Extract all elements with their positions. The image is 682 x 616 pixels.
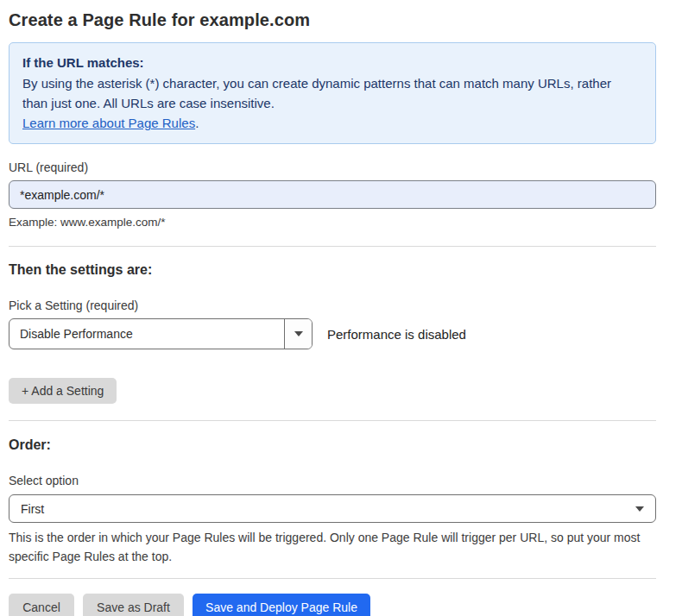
order-select-label: Select option bbox=[9, 474, 656, 487]
link-period: . bbox=[195, 116, 199, 130]
url-field-label: URL (required) bbox=[9, 160, 656, 174]
section-divider bbox=[9, 420, 656, 421]
info-callout-body: By using the asterisk (*) character, you… bbox=[22, 73, 627, 113]
chevron-down-icon bbox=[294, 331, 303, 336]
learn-more-page-rules-link[interactable]: Learn more about Page Rules bbox=[22, 116, 195, 130]
chevron-down-icon bbox=[635, 506, 644, 512]
order-select[interactable]: First bbox=[9, 494, 656, 523]
url-example-text: Example: www.example.com/* bbox=[9, 216, 656, 229]
order-select-value: First bbox=[21, 502, 44, 516]
footer-actions: Cancel Save as Draft Save and Deploy Pag… bbox=[9, 594, 656, 616]
setting-dropdown[interactable]: Disable Performance bbox=[9, 318, 313, 349]
url-match-info-callout: If the URL matches: By using the asteris… bbox=[9, 42, 656, 144]
setting-status-text: Performance is disabled bbox=[327, 327, 466, 342]
setting-row: Disable Performance Performance is disab… bbox=[9, 318, 656, 349]
page-title: Create a Page Rule for example.com bbox=[9, 9, 656, 31]
save-and-deploy-button[interactable]: Save and Deploy Page Rule bbox=[193, 594, 370, 616]
footer-divider bbox=[9, 578, 656, 579]
create-page-rule-form: Create a Page Rule for example.com If th… bbox=[0, 0, 682, 616]
cancel-button[interactable]: Cancel bbox=[9, 594, 74, 616]
section-divider bbox=[9, 246, 656, 247]
add-setting-button[interactable]: + Add a Setting bbox=[9, 378, 117, 404]
url-input[interactable] bbox=[9, 180, 656, 209]
info-callout-heading: If the URL matches: bbox=[22, 53, 642, 72]
order-help-text: This is the order in which your Page Rul… bbox=[9, 529, 654, 566]
save-as-draft-button[interactable]: Save as Draft bbox=[83, 594, 184, 616]
order-section-heading: Order: bbox=[9, 437, 656, 453]
pick-setting-label: Pick a Setting (required) bbox=[9, 299, 656, 312]
setting-dropdown-value: Disable Performance bbox=[9, 319, 284, 349]
setting-dropdown-arrow-button[interactable] bbox=[284, 319, 312, 349]
info-callout-link-line: Learn more about Page Rules. bbox=[22, 113, 642, 133]
settings-section-heading: Then the settings are: bbox=[9, 262, 656, 278]
